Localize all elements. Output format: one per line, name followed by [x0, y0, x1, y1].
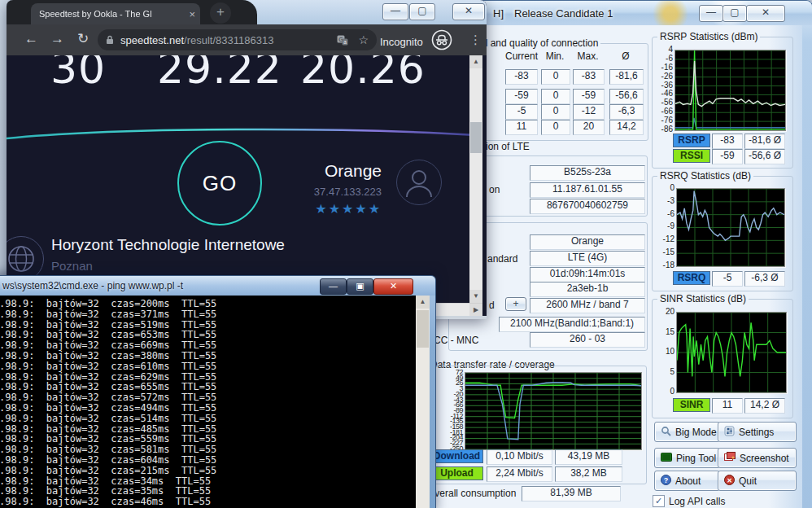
svg-text:?: ? — [664, 475, 669, 484]
rsrp-current: -83 — [505, 69, 538, 85]
rssi-badge: RSSI — [673, 149, 710, 163]
scroll-up-arrow[interactable]: ▲ — [469, 55, 482, 68]
upload-badge: Upload — [430, 466, 483, 480]
cmd-scroll-up-arrow[interactable]: ▲ — [416, 296, 430, 309]
monitor-title: Release Candidate 1 — [514, 7, 613, 20]
settings-label: Settings — [739, 427, 774, 438]
ping-output: z 212.77.98.9: bajtów=32 czas=200ms TTL=… — [0, 299, 216, 507]
sinr-group-title: SINR Statistics (dB) — [657, 293, 749, 304]
upload-value: 20.26 — [300, 55, 406, 93]
quit-button[interactable]: ✕ Quit — [718, 471, 797, 491]
rssi-avg: -56,6 — [609, 89, 644, 104]
reload-icon[interactable]: ↻ — [77, 31, 89, 47]
url-host: speedtest.net — [120, 34, 184, 46]
cmd-title: ws\system32\cmd.exe - ping www.wp.pl -t — [2, 280, 183, 291]
cmd-console[interactable]: z 212.77.98.9: bajtów=32 czas=200ms TTL=… — [0, 296, 430, 508]
monitor-minimize-button[interactable]: — — [699, 5, 723, 22]
browser-maximize-button[interactable]: ▢ — [409, 3, 435, 20]
browser-vertical-scrollbar[interactable]: ▲ ▼ — [469, 55, 482, 303]
rssi-current: -59 — [505, 89, 538, 104]
rsrq-group-title: RSRQ Statistics (dB) — [657, 170, 753, 182]
magnifier-icon — [661, 426, 671, 439]
sinr-value: 11 — [712, 398, 743, 414]
ping-line: z 212.77.98.9: bajtów=32 czas=604ms TTL=… — [0, 455, 216, 466]
settings-button[interactable]: Settings — [718, 422, 797, 442]
rsrq-min: 0 — [541, 104, 570, 120]
address-bar[interactable]: speedtest.net/result/8331186313 Ga ☆ — [98, 29, 377, 50]
rsrq-chart-frame — [676, 188, 785, 267]
band-label-fragment: d — [489, 300, 495, 311]
overall-consumption-value: 81,39 MB — [522, 486, 621, 501]
rsrq-badge: RSRQ — [673, 271, 710, 285]
lock-icon — [106, 35, 114, 45]
band2-field: 2100 MHz(BandId:1;Band:1) — [499, 317, 645, 332]
forward-icon[interactable]: → — [50, 31, 64, 47]
big-mode-button[interactable]: Big Mode — [654, 422, 720, 442]
rsrp-group-title: RSRP Statistics (dBm) — [657, 31, 760, 42]
sinr-current: 11 — [505, 120, 538, 135]
log-api-checkbox-row[interactable]: ✓ Log API calls — [653, 495, 725, 507]
back-icon[interactable]: ← — [24, 31, 38, 47]
help-icon: ? — [661, 475, 671, 488]
cell-id-field: 2a3eb-1b — [530, 282, 645, 297]
translate-icon: Ga — [337, 35, 348, 46]
transfer-chart-frame — [465, 372, 642, 450]
screenshot-icon — [724, 452, 736, 464]
col-header-avg: Ø — [609, 50, 642, 62]
about-label: About — [675, 475, 701, 487]
ping-tool-button[interactable]: Ping Tool — [654, 448, 720, 468]
browser-close-button[interactable]: ✕ — [452, 3, 485, 20]
incognito-label: Incognito — [380, 36, 423, 48]
ping-tool-label: Ping Tool — [676, 453, 716, 464]
band-field: 2600 MHz / band 7 — [530, 298, 645, 313]
about-button[interactable]: ? About — [654, 471, 720, 491]
sinr-average: 14,2 Ø — [744, 398, 785, 414]
bookmark-star-icon[interactable]: ☆ — [358, 33, 369, 46]
scroll-thumb[interactable] — [470, 122, 482, 153]
checkbox-checked[interactable]: ✓ — [653, 495, 665, 507]
browser-minimize-button[interactable]: — — [382, 3, 408, 20]
rssi-min: 0 — [541, 89, 570, 104]
menu-dots-icon[interactable]: ⋮ — [469, 33, 482, 47]
uptime-field: 01d:09h:14m:01s — [530, 267, 645, 282]
imei-field: 867670040602759 — [530, 199, 645, 214]
download-rate: 0,10 Mbit/s — [487, 449, 552, 465]
cmd-scroll-thumb[interactable] — [417, 310, 429, 348]
upload-rate: 2,24 Mbit/s — [487, 466, 552, 482]
band-plus-button[interactable]: + — [505, 297, 526, 311]
rssi-average: -56,6 Ø — [744, 149, 785, 164]
rsrq-avg: -6,3 — [609, 104, 644, 120]
cmd-scrollbar[interactable]: ▲ — [416, 296, 430, 508]
new-tab-button[interactable]: + — [210, 2, 231, 24]
tab-close-icon[interactable]: × — [189, 9, 195, 20]
screenshot-button[interactable]: Screenshot — [718, 448, 797, 468]
ping-line: z 212.77.98.9: bajtów=32 czas=215ms TTL=… — [0, 466, 216, 476]
rsrp-average: -81,6 Ø — [744, 134, 785, 149]
svg-text:a: a — [344, 38, 347, 44]
settings-icon — [724, 426, 735, 439]
terminal-icon — [661, 453, 672, 464]
browser-window: Speedtest by Ookla - The Gl × + — ▢ ✕ ← … — [7, 0, 487, 319]
cmd-titlebar[interactable]: ws\system32\cmd.exe - ping www.wp.pl -t … — [0, 276, 435, 296]
browser-tab[interactable]: Speedtest by Ookla - The Gl × — [31, 3, 200, 24]
url-path: /result/8331186313 — [184, 34, 273, 46]
cmd-close-button[interactable]: ✕ — [373, 278, 413, 295]
network-standard-field: LTE (4G) — [530, 251, 645, 266]
monitor-maximize-button[interactable]: ▢ — [723, 5, 747, 22]
go-button[interactable]: GO — [177, 141, 262, 226]
user-avatar-icon[interactable] — [396, 160, 442, 205]
rsrp-value: -83 — [712, 134, 743, 149]
tab-title: Speedtest by Ookla - The Gl — [39, 9, 189, 19]
scroll-right-arrow[interactable]: ▶ — [469, 304, 482, 317]
monitor-close-button[interactable]: ✕ — [746, 5, 785, 22]
device-model-field: B525s-23a — [530, 165, 645, 181]
col-header-min: Min. — [541, 50, 569, 62]
col-header-max: Max. — [573, 50, 603, 62]
firmware-version-field: 11.187.61.01.55 — [530, 182, 645, 198]
cmd-maximize-button[interactable]: ▣ — [347, 278, 373, 295]
scroll-down-arrow[interactable]: ▼ — [469, 290, 482, 303]
host-provider-name: Horyzont Technologie Internetowe — [51, 236, 285, 254]
cmd-minimize-button[interactable]: — — [320, 278, 347, 295]
rating-stars[interactable]: ★★★★★ — [314, 201, 382, 217]
ping-line: z 212.77.98.9: bajtów=32 czas=46ms TTL=5… — [0, 497, 216, 507]
